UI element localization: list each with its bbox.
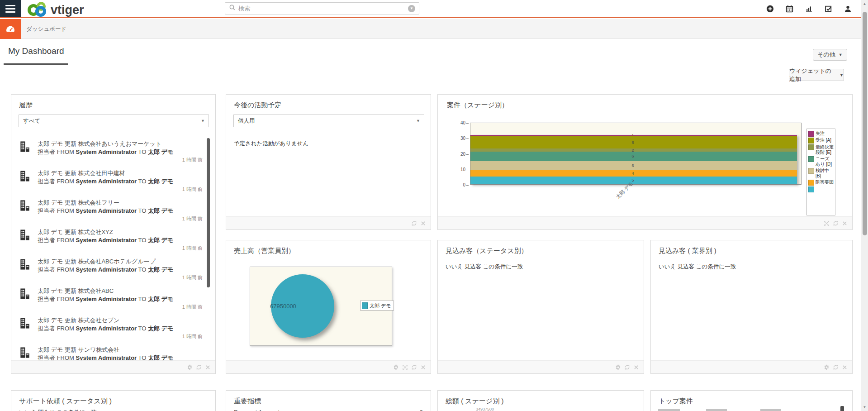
y-axis-tick: 20 (452, 152, 465, 157)
history-scrollbar[interactable] (207, 138, 210, 287)
widget-settings-icon[interactable] (393, 364, 399, 370)
legend-color-swatch (808, 144, 814, 150)
legend-color-swatch (808, 131, 814, 137)
widget-expand-icon[interactable] (824, 220, 830, 226)
organization-building-icon (19, 288, 30, 300)
y-axis-tick: 10 (452, 167, 465, 172)
bar-segment: 2 (470, 148, 797, 152)
empty-message: いいえ 見込客 この条件に一致 (446, 263, 523, 271)
widget-refresh-icon[interactable] (833, 364, 839, 370)
search-input[interactable] (238, 5, 408, 12)
list-item[interactable]: 太郎 デモ 更新 サンワ株式会社 担当者 FROM System Adminis… (19, 346, 204, 361)
history-item-time: 1 時間 前 (182, 274, 203, 281)
widget-close-icon[interactable] (842, 364, 848, 370)
list-item[interactable]: 太郎 デモ 更新 株式会社あいうえおマーケット 担当者 FROM System … (19, 140, 204, 168)
legend-item: 検討中 [B] (808, 168, 834, 179)
metric-row: Prospect Accounts 0 (234, 409, 423, 411)
widget-title: 重要指標 (234, 397, 261, 406)
history-item-title: 太郎 デモ 更新 株式会社セブン (38, 316, 119, 325)
scroll-down-arrow-icon[interactable]: ▼ (861, 405, 868, 409)
clipped-table-header (760, 409, 781, 411)
list-scrollbar[interactable] (840, 406, 844, 411)
widget-close-icon[interactable] (205, 364, 211, 370)
widget-leads-by-status: 見込み客（ステータス別） いいえ 見込客 この条件に一致 (437, 240, 644, 374)
search-options-chevron-icon[interactable]: ▼ (408, 5, 415, 12)
widget-footer (226, 360, 431, 373)
legend-color-swatch (808, 168, 814, 174)
scroll-up-arrow-icon[interactable]: ▲ (861, 2, 868, 6)
stacked-bar: 1826645 (470, 135, 797, 184)
widget-opportunities-by-stage: 案件（ステージ別） 1826645 403020100 太郎 デモ 失注受注 [… (437, 94, 853, 230)
breadcrumb-bar: ダッシュボード (0, 19, 868, 39)
widget-settings-icon[interactable] (187, 364, 193, 370)
y-axis-tick: 0 (452, 182, 465, 187)
legend-item: 阻害要因 (808, 180, 834, 186)
widget-footer (438, 216, 852, 229)
calendar-icon[interactable] (786, 5, 793, 13)
breadcrumb: ダッシュボード (26, 25, 66, 33)
bar-segment-value: 4 (630, 171, 636, 176)
legend-label: 阻害要因 (816, 180, 834, 185)
chart-legend: 失注受注 [A]最終決定段階 [E]ニーズあり [D]検討中 [B]阻害要因 (806, 129, 835, 215)
bar-segment-value: 6 (630, 163, 636, 168)
widget-key-metrics: 重要指標 Prospect Accounts 0 (226, 390, 431, 411)
clipped-table-header (658, 409, 680, 411)
widget-footer (438, 360, 644, 373)
vtiger-logo[interactable]: vtiger (26, 1, 84, 19)
widget-refresh-icon[interactable] (833, 220, 839, 226)
history-item-time: 1 時間 前 (182, 186, 203, 193)
widget-refresh-icon[interactable] (411, 220, 417, 226)
history-item-time: 1 時間 前 (182, 245, 203, 252)
organization-building-icon (19, 141, 30, 153)
menu-hamburger-button[interactable] (0, 0, 21, 17)
history-filter-select[interactable]: すべて▼ (19, 115, 209, 127)
widget-title: サポート依頼 ( ステータス別 ) (19, 397, 112, 406)
user-profile-icon[interactable] (844, 5, 852, 13)
widget-refresh-icon[interactable] (624, 364, 630, 370)
widget-refresh-icon[interactable] (196, 364, 202, 370)
scrollbar-thumb[interactable] (863, 12, 867, 235)
list-item[interactable]: 太郎 デモ 更新 株式会社XYZ 担当者 FROM System Adminis… (19, 228, 204, 256)
list-item[interactable]: 太郎 デモ 更新 株式会社フリー 担当者 FROM System Adminis… (19, 199, 204, 227)
widget-settings-icon[interactable] (824, 364, 830, 370)
history-item-detail: 担当者 FROM System Administrator TO 太郎 デモ (38, 295, 173, 303)
add-widget-button[interactable]: ウィジェットの追加▼ (789, 69, 844, 81)
reports-bar-chart-icon[interactable] (805, 5, 813, 13)
tasks-check-square-icon[interactable] (825, 5, 832, 13)
widget-close-icon[interactable] (420, 364, 426, 370)
widget-title: 今後の活動予定 (234, 101, 281, 110)
legend-item: 最終決定段階 [E] (808, 144, 834, 155)
legend-label: 最終決定段階 [E] (816, 144, 834, 155)
history-item-detail: 担当者 FROM System Administrator TO 太郎 デモ (38, 148, 173, 156)
quick-create-plus-icon[interactable] (766, 5, 774, 13)
widget-leads-by-industry: 見込み客 ( 業界別 ) いいえ 見込客 この条件に一致 (650, 240, 853, 374)
list-item[interactable]: 太郎 デモ 更新 株式会社田中建材 担当者 FROM System Admini… (19, 169, 204, 197)
pie-value-label: 67950000 (270, 303, 296, 310)
page-scrollbar[interactable]: ▲ ▼ (861, 0, 868, 411)
history-item-title: 太郎 デモ 更新 サンワ株式会社 (38, 346, 119, 354)
list-item[interactable]: 太郎 デモ 更新 株式会社ABCホテルグループ 担当者 FROM System … (19, 258, 204, 286)
tab-my-dashboard[interactable]: My Dashboard (8, 46, 64, 56)
more-button[interactable]: その他▼ (813, 49, 847, 61)
widget-close-icon[interactable] (842, 220, 848, 226)
widget-expand-icon[interactable] (402, 364, 408, 370)
widget-refresh-icon[interactable] (411, 364, 417, 370)
legend-label: 失注 (816, 131, 834, 136)
search-icon (229, 4, 236, 13)
history-list: 太郎 デモ 更新 株式会社あいうえおマーケット 担当者 FROM System … (11, 134, 215, 361)
dashboard-gauge-icon[interactable] (0, 19, 21, 39)
history-item-detail: 担当者 FROM System Administrator TO 太郎 デモ (38, 325, 173, 333)
widget-close-icon[interactable] (633, 364, 639, 370)
legend-color-swatch (808, 156, 814, 162)
history-item-detail: 担当者 FROM System Administrator TO 太郎 デモ (38, 236, 173, 244)
upcoming-filter-select[interactable]: 個人用▼ (233, 115, 424, 127)
history-item-title: 太郎 デモ 更新 株式会社フリー (38, 199, 119, 207)
widget-close-icon[interactable] (420, 220, 426, 226)
legend-item: 受注 [A] (808, 138, 834, 143)
history-item-title: 太郎 デモ 更新 株式会社あいうえおマーケット (38, 140, 161, 148)
list-item[interactable]: 太郎 デモ 更新 株式会社ABC 担当者 FROM System Adminis… (19, 287, 204, 315)
widget-footer (11, 360, 215, 373)
metric-label: Prospect Accounts (234, 409, 283, 411)
list-item[interactable]: 太郎 デモ 更新 株式会社セブン 担当者 FROM System Adminis… (19, 316, 204, 344)
widget-settings-icon[interactable] (615, 364, 621, 370)
